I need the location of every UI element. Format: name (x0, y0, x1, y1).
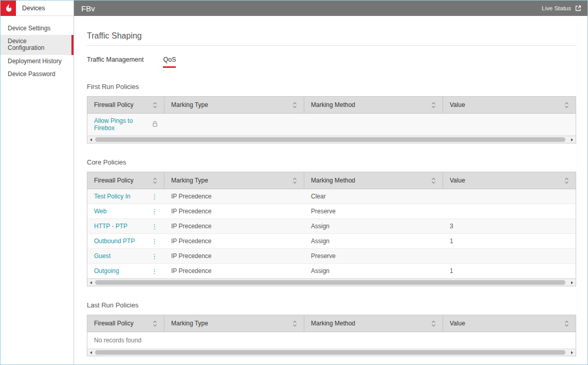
column-header-firewall-policy[interactable]: Firewall Policy (87, 315, 164, 332)
column-label: Firewall Policy (94, 320, 134, 327)
sort-icon[interactable] (153, 102, 157, 108)
sidebar-nav: Device Settings Device Configuration Dep… (1, 16, 74, 81)
horizontal-scrollbar[interactable] (87, 279, 576, 286)
kebab-menu-icon[interactable]: ⋮ (151, 253, 158, 260)
column-header-marking-type[interactable]: Marking Type (164, 172, 304, 189)
column-label: Marking Method (311, 320, 355, 327)
sidebar-item-deployment-history[interactable]: Deployment History (1, 55, 74, 68)
policy-cell: Outgoing ⋮ (87, 264, 164, 278)
marking-method-cell (304, 114, 443, 135)
sort-icon[interactable] (431, 177, 436, 184)
sidebar-item-device-password[interactable]: Device Password (1, 68, 74, 81)
main-area: FBv Live Status Traffic Shaping Traffic … (74, 1, 588, 364)
value-cell: 1 (443, 234, 576, 248)
table-row: Allow Pings to Firebox (87, 114, 576, 136)
value-cell (443, 204, 576, 218)
policy-link[interactable]: Outgoing (94, 267, 119, 275)
column-header-value[interactable]: Value (443, 97, 576, 113)
section-title-first-run: First Run Policies (87, 83, 576, 90)
value-cell (443, 249, 576, 263)
policy-cell: Test Policy In ⋮ (87, 189, 164, 204)
column-header-marking-method[interactable]: Marking Method (304, 172, 443, 189)
title-divider (87, 45, 576, 46)
table-row: Guest ⋮ IP Precedence Preserve (87, 249, 576, 264)
sort-icon[interactable] (153, 320, 157, 327)
core-policies-section: Core Policies Firewall Policy Marking Ty… (87, 158, 576, 286)
scroll-right-arrow[interactable] (568, 136, 576, 143)
sort-icon[interactable] (153, 177, 157, 184)
lock-icon (152, 120, 158, 129)
column-header-value[interactable]: Value (443, 172, 576, 189)
policy-link[interactable]: Outbound PTP (94, 238, 135, 245)
column-label: Marking Type (171, 101, 208, 108)
kebab-menu-icon[interactable]: ⋮ (151, 208, 158, 215)
policy-link[interactable]: Test Policy In (94, 193, 131, 200)
section-title-core: Core Policies (87, 158, 576, 166)
marking-type-cell (164, 114, 304, 135)
sort-icon[interactable] (292, 320, 297, 327)
column-label: Firewall Policy (94, 177, 134, 184)
column-header-firewall-policy[interactable]: Firewall Policy (87, 97, 164, 113)
marking-method-cell: Preserve (304, 204, 443, 218)
policy-cell: Guest ⋮ (87, 249, 164, 263)
marking-type-cell: IP Precedence (164, 189, 304, 204)
policy-link[interactable]: Web (94, 208, 106, 215)
scroll-right-arrow[interactable] (568, 279, 576, 286)
column-label: Marking Type (171, 320, 208, 327)
scroll-left-arrow[interactable] (87, 279, 95, 286)
marking-type-cell: IP Precedence (164, 234, 304, 248)
marking-type-cell: IP Precedence (164, 264, 304, 278)
marking-method-cell: Preserve (304, 249, 443, 263)
column-header-marking-type[interactable]: Marking Type (164, 315, 304, 332)
policy-link[interactable]: HTTP - PTP (94, 223, 127, 230)
policy-link[interactable]: Guest (94, 252, 111, 260)
horizontal-scrollbar[interactable] (87, 136, 576, 143)
scroll-left-arrow[interactable] (87, 349, 95, 356)
kebab-menu-icon[interactable]: ⋮ (151, 223, 158, 230)
sidebar-item-device-configuration[interactable]: Device Configuration (1, 35, 74, 54)
policy-cell: Outbound PTP ⋮ (87, 234, 164, 248)
sort-icon[interactable] (431, 320, 436, 327)
tab-qos[interactable]: QoS (163, 56, 176, 68)
scrollbar-thumb[interactable] (95, 137, 565, 142)
scrollbar-thumb[interactable] (95, 350, 565, 355)
flame-icon (4, 3, 13, 13)
table-header-row: Firewall Policy Marking Type Marking Met… (87, 315, 576, 332)
column-label: Firewall Policy (94, 101, 134, 108)
marking-method-cell: Assign (304, 219, 443, 233)
column-header-firewall-policy[interactable]: Firewall Policy (87, 172, 164, 189)
section-title-last-run: Last Run Policies (87, 301, 576, 309)
first-run-policies-table: Firewall Policy Marking Type Marking Met… (87, 96, 576, 143)
kebab-menu-icon[interactable]: ⋮ (151, 238, 158, 245)
sort-icon[interactable] (564, 102, 569, 108)
column-header-marking-type[interactable]: Marking Type (164, 97, 304, 113)
kebab-menu-icon[interactable]: ⋮ (151, 268, 158, 275)
value-cell (443, 189, 576, 204)
column-label: Marking Type (171, 177, 208, 184)
empty-state-text: No records found (87, 332, 576, 349)
column-header-value[interactable]: Value (443, 315, 576, 332)
app-window: Devices Device Settings Device Configura… (0, 0, 588, 365)
sidebar-item-device-settings[interactable]: Device Settings (1, 22, 74, 35)
marking-type-cell: IP Precedence (164, 249, 304, 263)
table-row: HTTP - PTP ⋮ IP Precedence Assign 3 (87, 219, 576, 234)
kebab-menu-icon[interactable]: ⋮ (151, 193, 158, 200)
scroll-right-arrow[interactable] (568, 349, 576, 356)
sort-icon[interactable] (431, 102, 436, 108)
scrollbar-thumb[interactable] (95, 280, 565, 285)
topbar: FBv Live Status (74, 1, 588, 16)
sort-icon[interactable] (292, 102, 297, 108)
column-header-marking-method[interactable]: Marking Method (304, 315, 443, 332)
policy-link[interactable]: Allow Pings to Firebox (94, 117, 152, 132)
sort-icon[interactable] (564, 320, 569, 327)
watchguard-flame-logo[interactable] (1, 1, 16, 16)
live-status-link[interactable]: Live Status (542, 5, 582, 12)
horizontal-scrollbar[interactable] (87, 349, 576, 356)
column-header-marking-method[interactable]: Marking Method (304, 97, 443, 113)
column-label: Value (450, 320, 465, 327)
value-cell: 3 (443, 219, 576, 233)
sort-icon[interactable] (564, 177, 569, 184)
scroll-left-arrow[interactable] (87, 136, 95, 143)
sort-icon[interactable] (292, 177, 297, 184)
tab-traffic-management[interactable]: Traffic Management (87, 56, 143, 68)
